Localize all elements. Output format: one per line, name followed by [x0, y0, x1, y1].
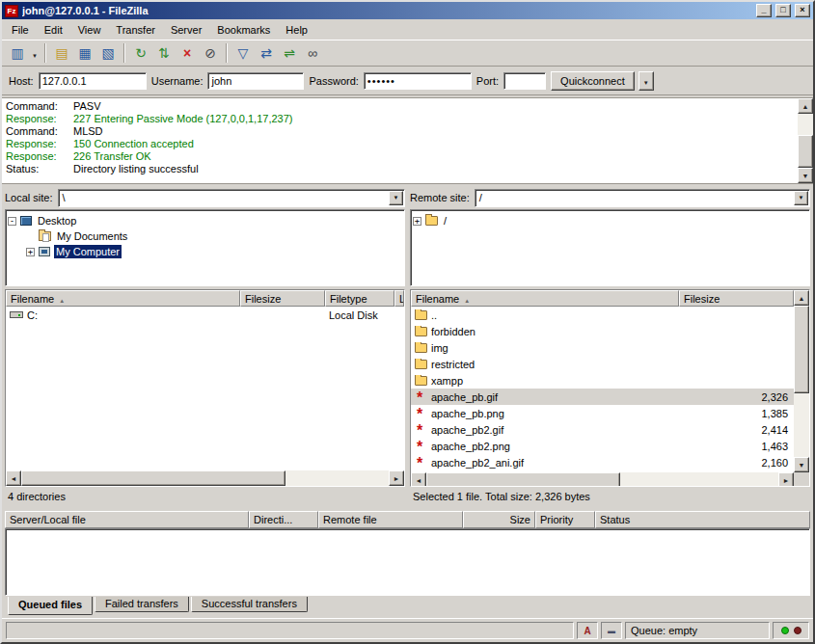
site-manager-dropdown[interactable]: [29, 42, 41, 64]
refresh-icon[interactable]: ↻: [129, 42, 152, 64]
remote-hscroll-thumb[interactable]: [426, 472, 620, 487]
scroll-right-icon[interactable]: [778, 472, 794, 487]
port-input[interactable]: [503, 72, 546, 90]
file-row-apache-pb-gif-selected[interactable]: apache_pb.gif 2,326: [411, 389, 794, 405]
expand-icon[interactable]: +: [413, 217, 421, 226]
tree-item-my-computer[interactable]: + My Computer: [26, 244, 402, 259]
menu-help[interactable]: Help: [278, 21, 315, 39]
log-scrollbar[interactable]: [798, 98, 813, 183]
remote-vscroll-thumb[interactable]: [794, 306, 809, 393]
column-size[interactable]: Size: [463, 511, 535, 528]
remote-site-label: Remote site:: [410, 192, 470, 203]
tree-item-label: My Documents: [55, 229, 129, 243]
menu-edit[interactable]: Edit: [37, 21, 70, 39]
compare-directories-icon[interactable]: ⇄: [255, 42, 278, 64]
chevron-down-icon[interactable]: [794, 191, 808, 205]
column-filename[interactable]: Filename: [411, 290, 679, 307]
tree-item-my-documents[interactable]: My Documents: [26, 228, 402, 244]
column-priority[interactable]: Priority: [535, 511, 595, 528]
username-label: Username:: [151, 75, 204, 87]
disconnect-icon[interactable]: ⊘: [199, 42, 222, 64]
file-row-img[interactable]: img: [411, 339, 794, 356]
folder-icon: [415, 310, 427, 320]
scroll-up-icon[interactable]: [794, 290, 809, 306]
log-scroll-thumb[interactable]: [798, 135, 813, 168]
toggle-remote-tree-icon[interactable]: ▧: [96, 42, 120, 64]
scroll-left-icon[interactable]: [411, 472, 426, 487]
tab-queued-files[interactable]: Queued files: [8, 597, 93, 615]
minimize-button[interactable]: _: [756, 4, 772, 17]
toolbar-separator: [226, 43, 228, 63]
close-button[interactable]: ×: [795, 4, 810, 17]
connection-type-icon[interactable]: ▬: [601, 622, 622, 639]
toggle-local-tree-icon[interactable]: ▦: [73, 42, 96, 64]
remote-vscroll-track[interactable]: [794, 306, 809, 457]
file-row-restricted[interactable]: restricted: [411, 356, 794, 372]
column-filesize[interactable]: Filesize: [679, 290, 794, 307]
image-file-icon: [415, 440, 427, 452]
menu-server[interactable]: Server: [163, 21, 209, 39]
column-filetype[interactable]: Filetype: [325, 290, 394, 307]
scroll-up-icon[interactable]: [798, 98, 813, 114]
find-files-icon[interactable]: ∞: [301, 42, 324, 64]
transfer-queue-list[interactable]: [5, 528, 810, 596]
quickconnect-button[interactable]: Quickconnect: [551, 71, 635, 91]
site-manager-icon[interactable]: ▥: [6, 42, 29, 64]
menu-view[interactable]: View: [70, 21, 109, 39]
log-scroll-track[interactable]: [798, 114, 813, 168]
local-site-combobox[interactable]: \: [58, 189, 405, 207]
remote-horizontal-scrollbar[interactable]: [411, 472, 809, 487]
local-hscroll-track[interactable]: [21, 470, 389, 486]
remote-site-combobox[interactable]: /: [475, 189, 810, 207]
file-row-xampp[interactable]: xampp: [411, 372, 794, 389]
column-server-local-file[interactable]: Server/Local file: [5, 511, 249, 528]
file-row-apache-pb2-ani-gif[interactable]: apache_pb2_ani.gif 2,160: [411, 454, 794, 470]
local-horizontal-scrollbar[interactable]: [6, 470, 404, 486]
file-row-parent-dir[interactable]: ..: [411, 307, 794, 323]
scroll-left-icon[interactable]: [6, 470, 21, 486]
menu-file[interactable]: File: [4, 21, 37, 39]
filter-icon[interactable]: ▽: [231, 42, 255, 64]
statusbar: A ▬ Queue: empty: [2, 618, 813, 642]
remote-vertical-scrollbar[interactable]: [794, 290, 809, 472]
remote-site-value: /: [475, 192, 794, 203]
column-remote-file[interactable]: Remote file: [318, 511, 463, 528]
maximize-button[interactable]: □: [775, 4, 791, 17]
tree-item-desktop[interactable]: - Desktop: [8, 213, 402, 228]
tab-successful-transfers[interactable]: Successful transfers: [191, 597, 308, 612]
password-input[interactable]: [364, 72, 472, 90]
column-filename[interactable]: Filename: [6, 290, 240, 307]
column-status[interactable]: Status: [595, 511, 810, 528]
remote-hscroll-track[interactable]: [426, 472, 778, 487]
file-row-forbidden[interactable]: forbidden: [411, 323, 794, 339]
column-last-modified[interactable]: L: [394, 290, 404, 307]
scroll-right-icon[interactable]: [389, 470, 404, 486]
file-row-apache-pb-png[interactable]: apache_pb.png 1,385: [411, 405, 794, 421]
collapse-icon[interactable]: -: [8, 217, 16, 226]
toggle-message-log-icon[interactable]: ▤: [50, 42, 73, 64]
scroll-down-icon[interactable]: [794, 457, 809, 472]
column-direction[interactable]: Directi...: [249, 511, 318, 528]
menu-bookmarks[interactable]: Bookmarks: [209, 21, 278, 39]
local-hscroll-thumb[interactable]: [21, 470, 285, 486]
tree-item-root[interactable]: + /: [413, 213, 807, 228]
desktop-icon: [20, 216, 32, 226]
expand-icon[interactable]: +: [26, 248, 35, 256]
file-row-apache-pb2-gif[interactable]: apache_pb2.gif 2,414: [411, 421, 794, 438]
quickconnect-dropdown[interactable]: [638, 71, 654, 91]
file-row-c-drive[interactable]: C: Local Disk: [6, 307, 404, 323]
process-queue-icon[interactable]: ⇅: [152, 42, 176, 64]
column-filesize[interactable]: Filesize: [240, 290, 325, 307]
username-input[interactable]: [207, 72, 304, 90]
filezilla-logo-icon: Fz: [5, 5, 18, 17]
toolbar-separator: [44, 43, 46, 63]
scroll-down-icon[interactable]: [798, 168, 813, 183]
tab-failed-transfers[interactable]: Failed transfers: [95, 597, 189, 612]
host-input[interactable]: [39, 72, 147, 90]
chevron-down-icon[interactable]: [389, 191, 403, 205]
transfer-type-icon[interactable]: A: [577, 622, 598, 639]
synchronized-browsing-icon[interactable]: ⇌: [278, 42, 301, 64]
cancel-icon[interactable]: ×: [176, 42, 199, 64]
menu-transfer[interactable]: Transfer: [108, 21, 163, 39]
file-row-apache-pb2-png[interactable]: apache_pb2.png 1,463: [411, 438, 794, 454]
